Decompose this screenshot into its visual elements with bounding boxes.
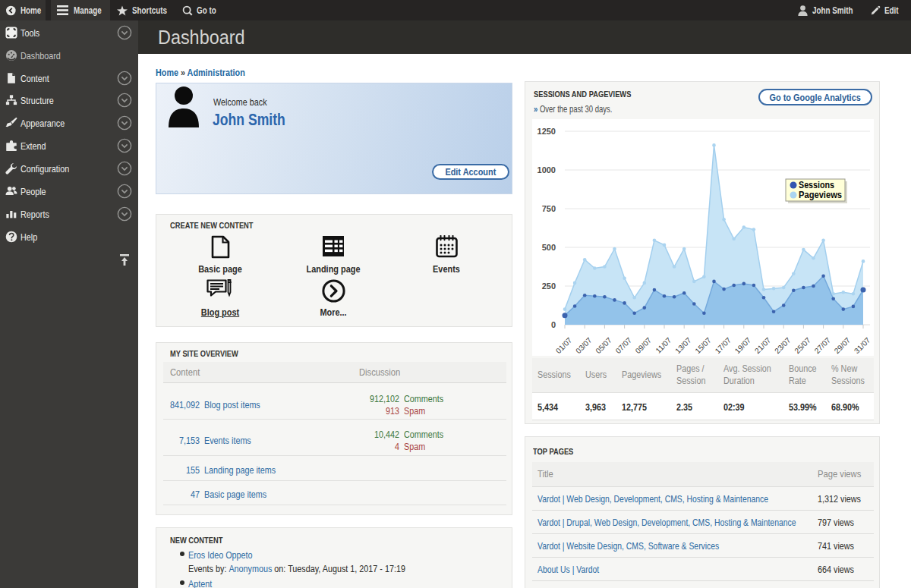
svg-text:25/07: 25/07	[793, 335, 812, 355]
svg-text:750: 750	[542, 204, 556, 213]
svg-text:21/07: 21/07	[753, 335, 773, 355]
svg-text:15/07: 15/07	[693, 335, 713, 355]
svg-text:Pageviews: Pageviews	[799, 190, 842, 200]
svg-text:13/07: 13/07	[673, 335, 693, 355]
svg-text:31/07: 31/07	[853, 335, 872, 355]
svg-text:05/07: 05/07	[594, 335, 613, 355]
svg-text:07/07: 07/07	[614, 335, 634, 355]
svg-text:250: 250	[542, 281, 556, 291]
svg-text:1250: 1250	[537, 127, 556, 136]
svg-text:27/07: 27/07	[813, 335, 833, 355]
svg-text:17/07: 17/07	[714, 335, 733, 355]
svg-text:19/07: 19/07	[733, 335, 753, 355]
svg-text:23/07: 23/07	[773, 335, 793, 355]
svg-text:0: 0	[551, 320, 556, 329]
svg-text:29/07: 29/07	[833, 335, 853, 355]
svg-text:Sessions: Sessions	[799, 180, 834, 190]
svg-text:09/07: 09/07	[634, 335, 654, 355]
svg-text:500: 500	[542, 243, 556, 252]
svg-text:01/07: 01/07	[554, 335, 574, 355]
svg-text:03/07: 03/07	[574, 335, 594, 355]
svg-text:1000: 1000	[537, 165, 556, 175]
svg-text:11/07: 11/07	[654, 335, 673, 354]
